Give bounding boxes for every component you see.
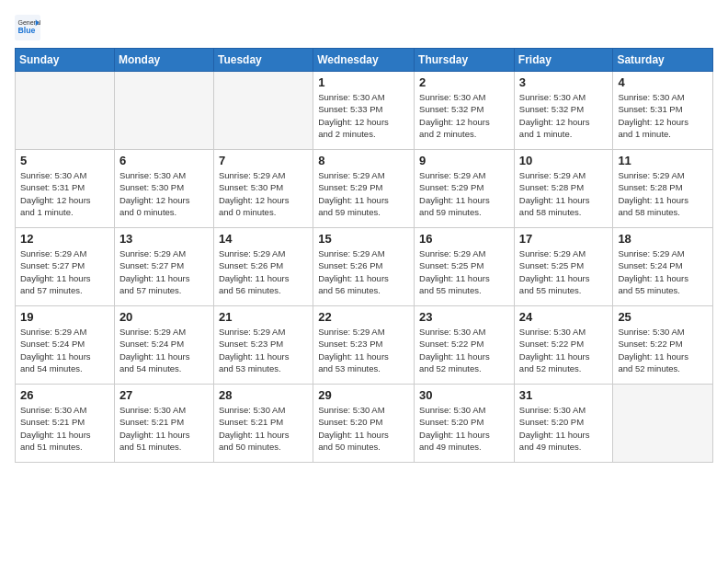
day-info: Sunrise: 5:30 AM Sunset: 5:30 PM Dayligh…: [119, 169, 209, 218]
calendar-cell: 12Sunrise: 5:29 AM Sunset: 5:27 PM Dayli…: [16, 228, 115, 306]
day-info: Sunrise: 5:29 AM Sunset: 5:29 PM Dayligh…: [318, 169, 409, 218]
logo: General Blue: [15, 15, 40, 40]
calendar-cell: 18Sunrise: 5:29 AM Sunset: 5:24 PM Dayli…: [613, 228, 713, 306]
day-number: 11: [618, 154, 708, 167]
calendar-cell: 6Sunrise: 5:30 AM Sunset: 5:30 PM Daylig…: [114, 150, 213, 228]
header: General Blue: [15, 15, 713, 40]
day-info: Sunrise: 5:29 AM Sunset: 5:27 PM Dayligh…: [20, 247, 109, 296]
day-info: Sunrise: 5:29 AM Sunset: 5:30 PM Dayligh…: [219, 169, 308, 218]
calendar-cell: 20Sunrise: 5:29 AM Sunset: 5:24 PM Dayli…: [114, 306, 213, 385]
weekday-header-friday: Friday: [514, 49, 613, 72]
day-number: 16: [419, 232, 509, 246]
calendar-cell: 16Sunrise: 5:29 AM Sunset: 5:25 PM Dayli…: [415, 228, 515, 306]
day-info: Sunrise: 5:30 AM Sunset: 5:21 PM Dayligh…: [119, 404, 209, 453]
calendar-cell: 5Sunrise: 5:30 AM Sunset: 5:31 PM Daylig…: [16, 150, 115, 228]
calendar-cell: 11Sunrise: 5:29 AM Sunset: 5:28 PM Dayli…: [613, 150, 713, 228]
day-info: Sunrise: 5:30 AM Sunset: 5:20 PM Dayligh…: [318, 404, 409, 453]
calendar-cell: 30Sunrise: 5:30 AM Sunset: 5:20 PM Dayli…: [415, 385, 515, 463]
day-number: 20: [119, 310, 209, 324]
page-container: General Blue SundayMondayTuesdayWednesda…: [0, 0, 728, 472]
weekday-header-sunday: Sunday: [16, 49, 115, 72]
day-info: Sunrise: 5:29 AM Sunset: 5:25 PM Dayligh…: [519, 247, 609, 296]
calendar-cell: 1Sunrise: 5:30 AM Sunset: 5:33 PM Daylig…: [313, 72, 415, 150]
calendar: SundayMondayTuesdayWednesdayThursdayFrid…: [15, 48, 713, 463]
day-number: 31: [519, 388, 609, 402]
day-info: Sunrise: 5:29 AM Sunset: 5:25 PM Dayligh…: [419, 247, 509, 296]
day-info: Sunrise: 5:30 AM Sunset: 5:32 PM Dayligh…: [419, 91, 509, 140]
day-info: Sunrise: 5:30 AM Sunset: 5:20 PM Dayligh…: [519, 404, 609, 453]
week-row-5: 26Sunrise: 5:30 AM Sunset: 5:21 PM Dayli…: [16, 385, 713, 463]
day-number: 28: [219, 388, 308, 402]
weekday-header-thursday: Thursday: [415, 49, 515, 72]
day-info: Sunrise: 5:30 AM Sunset: 5:31 PM Dayligh…: [20, 169, 109, 218]
day-number: 24: [519, 310, 609, 324]
calendar-cell: 19Sunrise: 5:29 AM Sunset: 5:24 PM Dayli…: [16, 306, 115, 385]
weekday-header-monday: Monday: [114, 49, 213, 72]
week-row-2: 5Sunrise: 5:30 AM Sunset: 5:31 PM Daylig…: [16, 150, 713, 228]
calendar-cell: 29Sunrise: 5:30 AM Sunset: 5:20 PM Dayli…: [313, 385, 415, 463]
day-number: 23: [419, 310, 509, 324]
calendar-cell: 7Sunrise: 5:29 AM Sunset: 5:30 PM Daylig…: [213, 150, 313, 228]
day-number: 15: [318, 232, 409, 246]
day-info: Sunrise: 5:29 AM Sunset: 5:23 PM Dayligh…: [318, 326, 409, 374]
calendar-cell: [16, 72, 115, 150]
day-number: 10: [519, 154, 609, 167]
weekday-header-row: SundayMondayTuesdayWednesdayThursdayFrid…: [16, 49, 713, 72]
day-number: 3: [519, 75, 609, 89]
weekday-header-wednesday: Wednesday: [313, 49, 415, 72]
day-number: 7: [219, 154, 308, 167]
logo-icon: General Blue: [15, 15, 40, 40]
day-number: 27: [119, 388, 209, 402]
weekday-header-saturday: Saturday: [613, 49, 713, 72]
day-info: Sunrise: 5:29 AM Sunset: 5:29 PM Dayligh…: [419, 169, 509, 218]
day-number: 26: [20, 388, 109, 402]
calendar-cell: 27Sunrise: 5:30 AM Sunset: 5:21 PM Dayli…: [114, 385, 213, 463]
day-info: Sunrise: 5:30 AM Sunset: 5:20 PM Dayligh…: [419, 404, 509, 453]
calendar-cell: 15Sunrise: 5:29 AM Sunset: 5:26 PM Dayli…: [313, 228, 415, 306]
week-row-4: 19Sunrise: 5:29 AM Sunset: 5:24 PM Dayli…: [16, 306, 713, 385]
calendar-cell: 25Sunrise: 5:30 AM Sunset: 5:22 PM Dayli…: [613, 306, 713, 385]
day-number: 13: [119, 232, 209, 246]
day-info: Sunrise: 5:30 AM Sunset: 5:31 PM Dayligh…: [618, 91, 708, 140]
day-number: 5: [20, 154, 109, 167]
calendar-cell: 13Sunrise: 5:29 AM Sunset: 5:27 PM Dayli…: [114, 228, 213, 306]
calendar-cell: 21Sunrise: 5:29 AM Sunset: 5:23 PM Dayli…: [213, 306, 313, 385]
day-number: 2: [419, 75, 509, 89]
day-info: Sunrise: 5:30 AM Sunset: 5:21 PM Dayligh…: [20, 404, 109, 453]
calendar-cell: 3Sunrise: 5:30 AM Sunset: 5:32 PM Daylig…: [514, 72, 613, 150]
day-info: Sunrise: 5:30 AM Sunset: 5:22 PM Dayligh…: [519, 326, 609, 374]
day-info: Sunrise: 5:29 AM Sunset: 5:26 PM Dayligh…: [219, 247, 308, 296]
day-info: Sunrise: 5:29 AM Sunset: 5:28 PM Dayligh…: [618, 169, 708, 218]
day-number: 30: [419, 388, 509, 402]
calendar-cell: 22Sunrise: 5:29 AM Sunset: 5:23 PM Dayli…: [313, 306, 415, 385]
day-number: 1: [318, 75, 409, 89]
calendar-cell: 31Sunrise: 5:30 AM Sunset: 5:20 PM Dayli…: [514, 385, 613, 463]
calendar-cell: 26Sunrise: 5:30 AM Sunset: 5:21 PM Dayli…: [16, 385, 115, 463]
day-info: Sunrise: 5:29 AM Sunset: 5:24 PM Dayligh…: [20, 326, 109, 374]
day-number: 21: [219, 310, 308, 324]
calendar-cell: 8Sunrise: 5:29 AM Sunset: 5:29 PM Daylig…: [313, 150, 415, 228]
day-number: 29: [318, 388, 409, 402]
day-info: Sunrise: 5:30 AM Sunset: 5:22 PM Dayligh…: [419, 326, 509, 374]
calendar-cell: 9Sunrise: 5:29 AM Sunset: 5:29 PM Daylig…: [415, 150, 515, 228]
calendar-cell: [213, 72, 313, 150]
day-info: Sunrise: 5:29 AM Sunset: 5:28 PM Dayligh…: [519, 169, 609, 218]
day-info: Sunrise: 5:29 AM Sunset: 5:24 PM Dayligh…: [119, 326, 209, 374]
calendar-cell: [114, 72, 213, 150]
day-number: 4: [618, 75, 708, 89]
day-number: 12: [20, 232, 109, 246]
day-info: Sunrise: 5:29 AM Sunset: 5:23 PM Dayligh…: [219, 326, 308, 374]
week-row-3: 12Sunrise: 5:29 AM Sunset: 5:27 PM Dayli…: [16, 228, 713, 306]
day-number: 14: [219, 232, 308, 246]
calendar-cell: 4Sunrise: 5:30 AM Sunset: 5:31 PM Daylig…: [613, 72, 713, 150]
calendar-cell: 10Sunrise: 5:29 AM Sunset: 5:28 PM Dayli…: [514, 150, 613, 228]
day-info: Sunrise: 5:29 AM Sunset: 5:26 PM Dayligh…: [318, 247, 409, 296]
day-number: 17: [519, 232, 609, 246]
day-info: Sunrise: 5:30 AM Sunset: 5:32 PM Dayligh…: [519, 91, 609, 140]
day-info: Sunrise: 5:29 AM Sunset: 5:24 PM Dayligh…: [618, 247, 708, 296]
day-number: 6: [119, 154, 209, 167]
calendar-cell: 24Sunrise: 5:30 AM Sunset: 5:22 PM Dayli…: [514, 306, 613, 385]
day-info: Sunrise: 5:30 AM Sunset: 5:21 PM Dayligh…: [219, 404, 308, 453]
day-info: Sunrise: 5:29 AM Sunset: 5:27 PM Dayligh…: [119, 247, 209, 296]
calendar-cell: [613, 385, 713, 463]
